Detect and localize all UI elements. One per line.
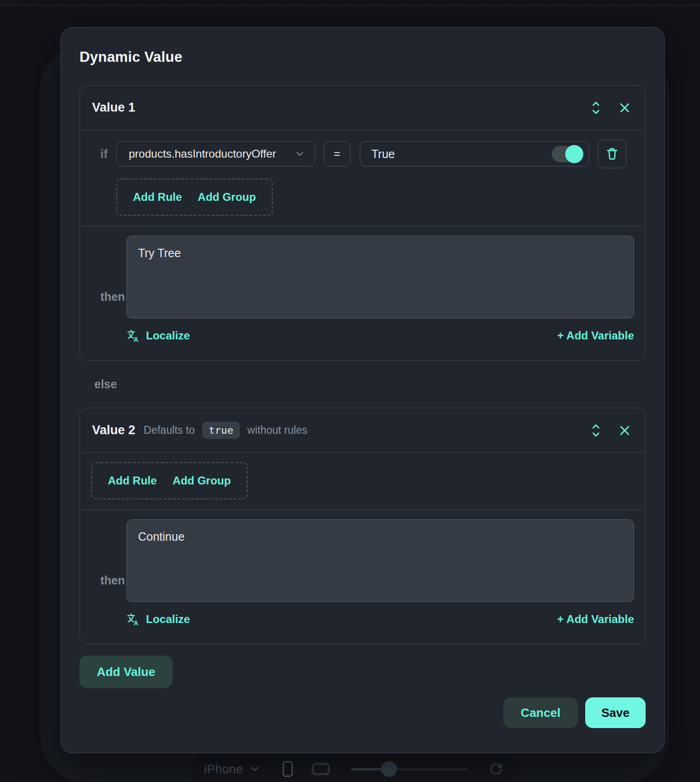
value-1-rules-section: if products.hasIntroductoryOffer = True	[80, 130, 645, 226]
value-2-title: Value 2	[92, 423, 135, 437]
svg-text:A: A	[134, 336, 139, 343]
zoom-slider[interactable]	[351, 761, 467, 777]
add-variable-button[interactable]: + Add Variable	[557, 613, 634, 626]
close-icon[interactable]	[618, 101, 631, 114]
add-rule-button[interactable]: Add Rule	[108, 474, 157, 487]
device-preview-toolbar: iPhone	[190, 754, 518, 782]
localize-button[interactable]: A Localize	[126, 612, 190, 626]
rule-field-dropdown[interactable]: products.hasIntroductoryOffer	[116, 141, 315, 166]
then-value-input[interactable]: Try Tree	[126, 236, 634, 318]
dialog-footer: Cancel Save	[79, 697, 646, 728]
else-label: else	[94, 378, 646, 391]
value-2-then-section: then Continue A Localize	[80, 510, 645, 644]
value-2-rules-section: Add Rule Add Group	[80, 453, 645, 510]
reorder-chevrons-icon[interactable]	[589, 99, 602, 117]
toggle-knob	[565, 145, 583, 163]
chevron-down-icon	[294, 148, 305, 159]
defaults-value-pill: true	[202, 422, 240, 439]
localize-label: Localize	[146, 329, 190, 342]
reorder-chevrons-icon[interactable]	[589, 422, 602, 439]
value-1-header: Value 1	[80, 86, 645, 130]
save-button[interactable]: Save	[585, 697, 646, 728]
svg-text:A: A	[134, 619, 139, 626]
value-1-title: Value 1	[92, 100, 135, 115]
value-card-1: Value 1 if products.hasIntroductoryOffer	[79, 85, 646, 361]
rule-row: if products.hasIntroductoryOffer = True	[91, 139, 634, 168]
add-variable-button[interactable]: + Add Variable	[557, 329, 634, 342]
add-group-button[interactable]: Add Group	[198, 191, 256, 204]
chevron-down-icon[interactable]	[249, 763, 261, 775]
delete-rule-button[interactable]	[598, 139, 627, 168]
phone-landscape-icon[interactable]	[311, 762, 330, 776]
translate-icon: A	[126, 329, 140, 343]
defaults-suffix: without rules	[247, 424, 307, 437]
defaults-note: Defaults to true without rules	[144, 422, 307, 439]
page-title: Dynamic Value	[79, 49, 646, 66]
then-value-input[interactable]: Continue	[126, 519, 634, 602]
device-select[interactable]: iPhone	[204, 762, 243, 776]
translate-icon: A	[126, 612, 140, 626]
trash-icon	[605, 146, 619, 161]
value-2-header: Value 2 Defaults to true without rules	[80, 408, 645, 453]
refresh-icon[interactable]	[489, 762, 503, 776]
cancel-button[interactable]: Cancel	[503, 697, 578, 728]
add-value-button[interactable]: Add Value	[79, 656, 172, 688]
rule-value-label: True	[371, 147, 395, 161]
rule-operator-button[interactable]: =	[324, 141, 350, 166]
rule-field-value: products.hasIntroductoryOffer	[129, 147, 276, 160]
if-label: if	[91, 147, 116, 161]
add-group-button[interactable]: Add Group	[172, 474, 231, 487]
localize-label: Localize	[146, 613, 190, 626]
add-rule-group-box: Add Rule Add Group	[91, 462, 248, 499]
phone-portrait-icon[interactable]	[281, 761, 294, 777]
true-toggle[interactable]	[552, 146, 582, 162]
background-dotted-divider	[0, 5, 700, 6]
then-label: then	[91, 574, 126, 587]
then-label: then	[91, 290, 126, 304]
rule-value-field: True	[360, 141, 589, 166]
add-rule-button[interactable]: Add Rule	[133, 191, 182, 204]
localize-button[interactable]: A Localize	[126, 329, 190, 343]
value-1-then-section: then Try Tree A Localize	[80, 226, 645, 360]
slider-thumb[interactable]	[381, 761, 397, 777]
add-rule-group-box: Add Rule Add Group	[116, 179, 273, 216]
close-icon[interactable]	[618, 424, 631, 437]
dynamic-value-dialog: Dynamic Value Value 1 if products.hasInt…	[60, 27, 665, 753]
value-card-2: Value 2 Defaults to true without rules A…	[79, 408, 646, 644]
defaults-prefix: Defaults to	[144, 424, 195, 437]
